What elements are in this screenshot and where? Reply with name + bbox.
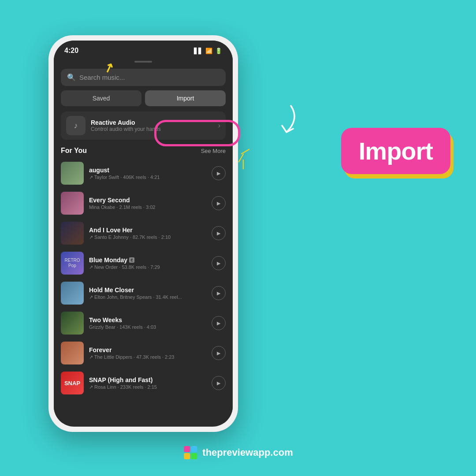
header-bar — [54, 57, 233, 66]
reactive-audio-chevron: › — [218, 122, 220, 130]
music-title-blue-monday: Blue Monday E — [89, 257, 206, 264]
album-art-every-second — [61, 192, 84, 215]
battery-icon: 🔋 — [215, 48, 222, 54]
music-title-hold-me-closer: Hold Me Closer — [89, 286, 206, 294]
wifi-icon: 📶 — [205, 48, 212, 54]
play-button-snap[interactable]: ▶ — [212, 376, 226, 390]
explicit-badge-blue-monday: E — [129, 257, 134, 263]
tab-import[interactable]: Import — [145, 90, 226, 106]
play-button-forever[interactable]: ▶ — [212, 346, 226, 360]
album-art-hold-me-closer — [61, 282, 84, 305]
app-content: 🔍 Search music... Saved Import ♪ — [54, 57, 233, 423]
svg-rect-2 — [184, 453, 190, 459]
music-item[interactable]: SNAP SNAP (High and Fast) ↗ Rosa Linn · … — [54, 368, 233, 398]
brand-footer: thepreviewapp.com — [183, 445, 293, 460]
svg-rect-0 — [184, 446, 190, 452]
music-item[interactable]: Hold Me Closer ↗ Elton John, Britney Spe… — [54, 278, 233, 308]
svg-rect-3 — [191, 453, 197, 459]
status-icons: ▋▋ 📶 🔋 — [194, 48, 222, 54]
album-art-forever — [61, 342, 84, 364]
music-meta-and-i-love-her: ↗ Santo E Johnny · 82.7K reels · 2:10 — [89, 234, 206, 240]
music-item[interactable]: Every Second Mina Okabe · 2.1M reels · 3… — [54, 188, 233, 218]
music-meta-hold-me-closer: ↗ Elton John, Britney Spears · 31.4K ree… — [89, 294, 206, 300]
phone-wrapper: 4:20 ▋▋ 📶 🔋 🔍 Search music... — [48, 35, 238, 432]
section-header: For You See More — [54, 145, 233, 158]
album-art-snap: SNAP — [61, 372, 84, 394]
music-meta-snap: ↗ Rosa Linn · 233K reels · 2:15 — [89, 384, 206, 390]
album-art-two-weeks — [61, 312, 84, 335]
music-info-and-i-love-her: And I Love Her ↗ Santo E Johnny · 82.7K … — [89, 227, 206, 240]
music-info-blue-monday: Blue Monday E ↗ New Order · 53.8K reels … — [89, 257, 206, 270]
music-info-every-second: Every Second Mina Okabe · 2.1M reels · 3… — [89, 197, 206, 210]
brand-logo — [183, 445, 198, 460]
phone-outer: 4:20 ▋▋ 📶 🔋 🔍 Search music... — [48, 35, 238, 432]
music-title-snap: SNAP (High and Fast) — [89, 376, 206, 383]
drag-handle — [134, 61, 152, 63]
play-button-august[interactable]: ▶ — [212, 166, 226, 180]
play-button-every-second[interactable]: ▶ — [212, 196, 226, 210]
signal-icon: ▋▋ — [194, 48, 203, 54]
music-info-two-weeks: Two Weeks Grizzly Bear · 143K reels · 4:… — [89, 316, 206, 330]
see-more-button[interactable]: See More — [201, 148, 226, 154]
music-title-two-weeks: Two Weeks — [89, 316, 206, 324]
music-item[interactable]: august ↗ Taylor Swift · 406K reels · 4:2… — [54, 158, 233, 188]
music-meta-forever: ↗ The Little Dippers · 47.3K reels · 2:2… — [89, 354, 206, 360]
reactive-audio-title: Reactive Audio — [91, 119, 161, 126]
music-title-and-i-love-her: And I Love Her — [89, 227, 206, 234]
play-button-two-weeks[interactable]: ▶ — [212, 316, 226, 330]
album-art-august — [61, 162, 84, 185]
import-label-box: Import — [341, 128, 450, 174]
music-title-august: august — [89, 167, 206, 174]
album-art-blue-monday: RETROPop — [61, 252, 84, 275]
tab-row: Saved Import — [61, 90, 226, 106]
music-meta-every-second: Mina Okabe · 2.1M reels · 3:02 — [89, 205, 206, 210]
import-label-text: Import — [359, 137, 433, 165]
reactive-audio-subtitle: Control audio with your hands — [91, 126, 161, 132]
tab-saved[interactable]: Saved — [61, 90, 141, 106]
reactive-audio-icon: ♪ — [66, 116, 86, 135]
reactive-audio-info: Reactive Audio Control audio with your h… — [91, 119, 161, 132]
music-title-forever: Forever — [89, 346, 206, 353]
brand-text: thepreviewapp.com — [202, 447, 293, 458]
music-info-forever: Forever ↗ The Little Dippers · 47.3K ree… — [89, 346, 206, 360]
search-icon: 🔍 — [67, 73, 76, 82]
play-button-blue-monday[interactable]: ▶ — [212, 256, 226, 270]
search-bar[interactable]: 🔍 Search music... — [61, 69, 226, 86]
music-meta-blue-monday: ↗ New Order · 53.8K reels · 7:29 — [89, 264, 206, 270]
play-button-hold-me-closer[interactable]: ▶ — [212, 286, 226, 300]
phone-notch — [117, 41, 170, 53]
search-placeholder: Search music... — [79, 74, 125, 81]
music-list: august ↗ Taylor Swift · 406K reels · 4:2… — [54, 158, 233, 398]
music-title-every-second: Every Second — [89, 197, 206, 204]
music-meta-august: ↗ Taylor Swift · 406K reels · 4:21 — [89, 175, 206, 180]
svg-rect-1 — [191, 446, 197, 452]
music-meta-two-weeks: Grizzly Bear · 143K reels · 4:03 — [89, 324, 206, 330]
album-art-and-i-love-her — [61, 222, 84, 245]
status-time: 4:20 — [64, 47, 78, 55]
curved-arrow-annotation — [251, 97, 300, 143]
music-item[interactable]: Forever ↗ The Little Dippers · 47.3K ree… — [54, 338, 233, 368]
music-item[interactable]: And I Love Her ↗ Santo E Johnny · 82.7K … — [54, 218, 233, 248]
music-info-snap: SNAP (High and Fast) ↗ Rosa Linn · 233K … — [89, 376, 206, 390]
music-info-august: august ↗ Taylor Swift · 406K reels · 4:2… — [89, 167, 206, 180]
section-title: For You — [61, 147, 87, 155]
music-item[interactable]: Two Weeks Grizzly Bear · 143K reels · 4:… — [54, 308, 233, 338]
music-item[interactable]: RETROPop Blue Monday E ↗ New Order · 53.… — [54, 248, 233, 278]
reactive-audio-row[interactable]: ♪ Reactive Audio Control audio with your… — [61, 112, 226, 140]
music-info-hold-me-closer: Hold Me Closer ↗ Elton John, Britney Spe… — [89, 286, 206, 300]
phone-inner: 4:20 ▋▋ 📶 🔋 🔍 Search music... — [54, 41, 233, 427]
play-button-and-i-love-her[interactable]: ▶ — [212, 226, 226, 240]
